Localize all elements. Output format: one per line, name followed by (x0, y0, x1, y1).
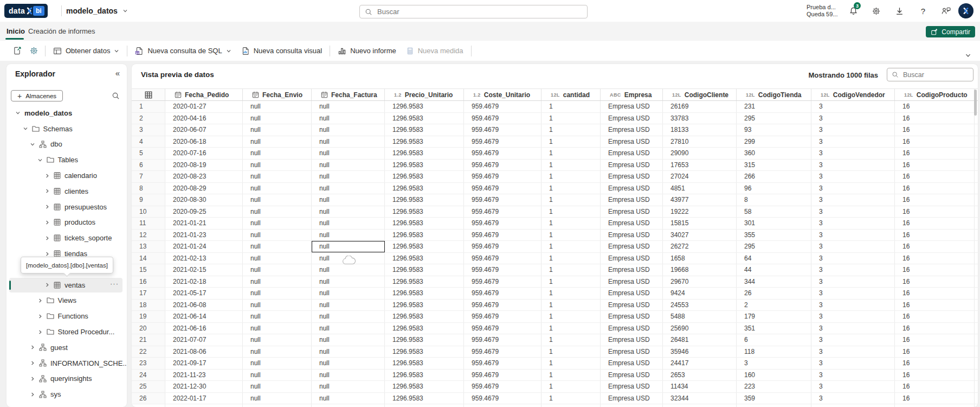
table-cell[interactable]: 2022-01-17 (165, 393, 243, 404)
download-button[interactable] (892, 3, 907, 18)
table-cell[interactable]: 2020-07-16 (165, 148, 243, 159)
table-cell[interactable]: 1 (541, 323, 601, 334)
table-cell[interactable]: 16 (895, 113, 975, 124)
tree-item-tables[interactable]: Tables (7, 152, 127, 168)
table-cell[interactable]: 959.4679 (464, 101, 541, 112)
table-cell[interactable]: null (312, 381, 385, 392)
table-cell[interactable]: 301 (737, 218, 811, 229)
tab-creacion-de-informes[interactable]: Creación de informes (28, 24, 95, 38)
row-number-cell[interactable]: 24 (132, 370, 165, 381)
table-cell[interactable]: null (312, 230, 385, 241)
tree-item-functions[interactable]: Functions (7, 308, 127, 324)
row-number-cell[interactable]: 3 (132, 124, 165, 136)
table-cell[interactable]: 3 (811, 334, 895, 346)
row-number-cell[interactable]: 23 (132, 358, 165, 369)
row-number-cell[interactable]: 21 (132, 334, 165, 346)
table-cell[interactable]: 24553 (663, 300, 737, 311)
table-cell[interactable]: null (243, 183, 312, 194)
table-cell[interactable]: 18133 (663, 124, 737, 136)
table-cell[interactable]: 355 (737, 230, 811, 241)
table-cell[interactable]: 1 (541, 276, 601, 288)
table-cell[interactable]: 315 (737, 160, 811, 171)
table-cell[interactable]: 2021-12-30 (165, 381, 243, 392)
table-cell[interactable]: 35946 (663, 346, 737, 358)
table-cell[interactable]: null (312, 241, 385, 252)
table-cell[interactable]: 16 (895, 323, 975, 334)
table-cell[interactable]: 8 (737, 194, 811, 206)
table-cell[interactable]: Empresa USD (601, 253, 663, 264)
table-cell[interactable]: 2021-01-21 (165, 218, 243, 229)
table-cell[interactable]: 2021-01-24 (165, 241, 243, 252)
table-cell[interactable]: 3 (811, 393, 895, 404)
table-cell[interactable]: 3 (811, 346, 895, 358)
table-cell[interactable]: 33783 (663, 113, 737, 124)
row-number-cell[interactable]: 8 (132, 183, 165, 194)
table-cell[interactable]: 2020-08-30 (165, 194, 243, 206)
table-cell[interactable]: null (243, 288, 312, 299)
table-cell[interactable]: null (312, 264, 385, 276)
chevron-right-icon[interactable] (37, 314, 43, 319)
table-cell[interactable]: 1296.9583 (385, 218, 464, 229)
table-cell[interactable]: 16 (895, 370, 975, 381)
table-cell[interactable]: 959.4679 (464, 358, 541, 369)
column-header-corner[interactable] (132, 89, 165, 100)
table-cell[interactable]: 959.4679 (464, 218, 541, 229)
table-cell[interactable]: Empresa USD (601, 323, 663, 334)
table-cell[interactable]: Empresa USD (601, 288, 663, 299)
column-header-codigovendedor[interactable]: 12LCodigoVendedor (811, 89, 895, 100)
table-cell[interactable]: 3 (811, 323, 895, 334)
table-cell[interactable]: 1 (541, 136, 601, 148)
table-cell[interactable]: 3 (811, 253, 895, 264)
table-cell[interactable]: null (243, 334, 312, 346)
table-cell[interactable]: Empresa USD (601, 218, 663, 229)
table-cell[interactable]: 2020-08-19 (165, 160, 243, 171)
table-cell[interactable]: 1296.9583 (385, 183, 464, 194)
table-cell[interactable]: 3 (811, 113, 895, 124)
tree-item-information-sche-[interactable]: INFORMATION_SCHE... (7, 355, 127, 371)
chevron-right-icon[interactable] (44, 282, 50, 288)
nueva-consulta-sql-button[interactable]: Nueva consulta de SQL (130, 44, 236, 58)
table-cell[interactable]: 1296.9583 (385, 264, 464, 276)
table-cell[interactable]: 1296.9583 (385, 206, 464, 218)
table-search[interactable] (887, 68, 973, 81)
table-cell[interactable]: 1296.9583 (385, 323, 464, 334)
table-cell[interactable]: 1 (541, 160, 601, 171)
tab-inicio[interactable]: Inicio (7, 24, 25, 38)
chevron-right-icon[interactable] (44, 220, 50, 225)
table-cell[interactable]: 6 (737, 334, 811, 346)
column-header-fecha_envio[interactable]: Fecha_Envio (243, 89, 312, 100)
table-cell[interactable]: 351 (737, 323, 811, 334)
table-cell[interactable]: 2021-11-23 (165, 370, 243, 381)
row-number-cell[interactable]: 15 (132, 264, 165, 276)
tree-item-dbo[interactable]: dbo (7, 137, 127, 152)
table-cell[interactable]: 231 (737, 101, 811, 112)
global-search-input[interactable] (376, 7, 582, 16)
table-cell[interactable]: 1 (541, 264, 601, 276)
table-cell[interactable]: 959.4679 (464, 370, 541, 381)
table-cell[interactable]: null (243, 370, 312, 381)
table-cell[interactable]: Empresa USD (601, 276, 663, 288)
table-cell[interactable]: 16 (895, 253, 975, 264)
notifications-button[interactable]: 3 (846, 3, 861, 18)
table-cell[interactable]: Empresa USD (601, 101, 663, 112)
row-number-cell[interactable]: 18 (132, 300, 165, 311)
table-cell[interactable]: 15815 (663, 218, 737, 229)
row-number-cell[interactable]: 7 (132, 171, 165, 182)
table-cell[interactable]: 26 (737, 288, 811, 299)
table-cell[interactable]: 3 (811, 206, 895, 218)
table-cell[interactable]: null (312, 160, 385, 171)
table-cell[interactable]: 34027 (663, 230, 737, 241)
open-file-button[interactable] (9, 44, 25, 58)
row-number-cell[interactable]: 12 (132, 230, 165, 241)
table-cell[interactable]: 1296.9583 (385, 346, 464, 358)
tree-item-productos[interactable]: productos (7, 215, 127, 231)
table-cell[interactable]: 1296.9583 (385, 194, 464, 206)
table-cell[interactable]: null (312, 183, 385, 194)
column-header-codigoproducto[interactable]: 12LCodigoProducto (895, 89, 975, 100)
explorer-search-button[interactable] (112, 92, 120, 100)
table-cell[interactable]: 32344 (663, 393, 737, 404)
table-cell[interactable]: null (312, 206, 385, 218)
table-cell[interactable]: Empresa USD (601, 300, 663, 311)
table-cell[interactable]: Empresa USD (601, 230, 663, 241)
table-cell[interactable]: 160 (737, 370, 811, 381)
